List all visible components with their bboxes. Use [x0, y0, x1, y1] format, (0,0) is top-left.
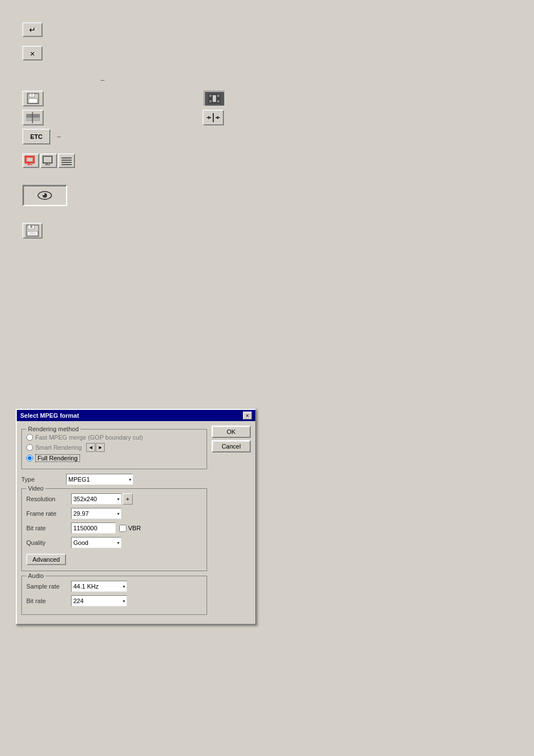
advanced-button[interactable]: Advanced	[26, 554, 66, 565]
audio-bit-rate-select[interactable]: 224 192 128 256	[71, 595, 127, 606]
smart-rendering-label: Smart Rendering	[35, 444, 82, 451]
smart-rendering-nav: ◄ ►	[86, 443, 105, 452]
close-button[interactable]: ×	[22, 46, 43, 60]
sample-rate-select[interactable]: 44.1 KHz 48 KHz 32 KHz	[71, 581, 127, 592]
svg-point-32	[43, 194, 45, 195]
smart-rendering-radio[interactable]	[26, 444, 33, 451]
dialog-close-icon: ×	[246, 413, 249, 419]
monitor-icon-button-2[interactable]	[40, 153, 57, 168]
monitor-icon-1	[25, 156, 37, 166]
save-floppy-icon	[26, 225, 39, 237]
eye-icon	[37, 190, 53, 201]
separator-dash-1: –	[101, 76, 105, 84]
full-rendering-radio[interactable]	[26, 455, 33, 461]
svg-rect-11	[26, 114, 40, 117]
ok-button[interactable]: OK	[212, 426, 251, 438]
close-icon: ×	[30, 49, 35, 58]
resolution-plus-button[interactable]: +	[123, 493, 133, 505]
bit-rate-label: Bit rate	[26, 525, 71, 531]
dialog-action-buttons: OK Cancel	[212, 426, 251, 619]
select-mpeg-dialog: Select MPEG format × Rendering method Fa…	[16, 409, 256, 625]
dialog-titlebar: Select MPEG format ×	[17, 410, 255, 421]
resolution-label: Resolution	[26, 496, 71, 502]
nav-prev-button[interactable]: ◄	[86, 443, 95, 452]
sample-rate-select-wrapper: 44.1 KHz 48 KHz 32 KHz	[71, 581, 127, 592]
film-icon	[208, 94, 221, 104]
fast-mpeg-label: Fast MPEG merge (GOP boundary cut)	[35, 434, 143, 441]
svg-rect-7	[209, 100, 212, 102]
center-cursor-button[interactable]	[203, 110, 224, 125]
bit-rate-input[interactable]	[71, 522, 116, 534]
full-rendering-label: Full Rendering	[35, 454, 80, 462]
preview-eye-button[interactable]	[22, 185, 67, 206]
svg-rect-12	[26, 118, 40, 120]
frame-rate-select[interactable]: 29.97 25 23.976	[71, 508, 121, 519]
quality-select[interactable]: Good Better Best	[71, 537, 121, 548]
resolution-select[interactable]: 352x240 720x480 640x480	[71, 493, 121, 505]
save-toolbar-button[interactable]	[22, 91, 44, 106]
center-cursor-icon	[207, 112, 220, 123]
split-button[interactable]	[22, 110, 44, 125]
svg-rect-8	[217, 100, 219, 102]
vbr-checkbox[interactable]	[119, 525, 127, 532]
preview-icon-button[interactable]	[204, 91, 225, 106]
split-icon	[26, 112, 40, 123]
etc-button[interactable]: ETC	[22, 129, 50, 144]
vbr-label: VBR	[128, 525, 141, 531]
svg-rect-5	[209, 95, 212, 97]
type-select[interactable]: MPEG1 MPEG2	[66, 474, 133, 485]
type-label: Type	[21, 476, 66, 483]
audio-bit-rate-select-wrapper: 224 192 128 256	[71, 595, 127, 606]
audio-group-label: Audio	[26, 572, 45, 579]
advanced-label: Advanced	[32, 556, 60, 563]
svg-rect-20	[26, 157, 33, 162]
svg-rect-9	[213, 95, 216, 102]
monitor-icon-button-1[interactable]	[22, 153, 39, 168]
etc-label: ETC	[30, 133, 43, 140]
svg-rect-23	[43, 156, 52, 163]
type-select-wrapper: MPEG1 MPEG2	[66, 474, 133, 485]
audio-bit-rate-label: Bit rate	[26, 598, 71, 604]
svg-marker-17	[208, 116, 211, 119]
fast-mpeg-radio[interactable]	[26, 434, 33, 441]
quality-select-wrapper: Good Better Best	[71, 537, 121, 548]
monitor-icon-2	[43, 156, 55, 166]
save-button[interactable]	[22, 223, 43, 239]
frame-rate-label: Frame rate	[26, 510, 71, 517]
svg-marker-18	[216, 116, 218, 119]
ok-label: OK	[227, 428, 236, 435]
floppy-icon	[27, 93, 39, 104]
svg-rect-36	[30, 225, 32, 228]
resolution-select-wrapper: 352x240 720x480 640x480	[71, 493, 121, 505]
cancel-button[interactable]: Cancel	[212, 440, 251, 452]
separator-dash-2: –	[57, 133, 61, 141]
list-icon-button[interactable]	[58, 153, 75, 168]
enter-icon: ↵	[29, 25, 36, 34]
rendering-method-label: Rendering method	[26, 426, 81, 432]
cancel-label: Cancel	[222, 443, 241, 450]
nav-next-button[interactable]: ►	[96, 443, 105, 452]
list-icon	[60, 156, 73, 166]
frame-rate-select-wrapper: 29.97 25 23.976	[71, 508, 121, 519]
enter-button[interactable]: ↵	[22, 22, 43, 37]
video-group-label: Video	[26, 485, 45, 492]
svg-rect-6	[217, 95, 219, 97]
dialog-title: Select MPEG format	[20, 412, 79, 419]
svg-rect-3	[31, 94, 33, 96]
sample-rate-label: Sample rate	[26, 583, 71, 590]
dialog-close-button[interactable]: ×	[243, 412, 252, 419]
quality-label: Quality	[26, 539, 71, 546]
svg-rect-2	[29, 99, 38, 103]
